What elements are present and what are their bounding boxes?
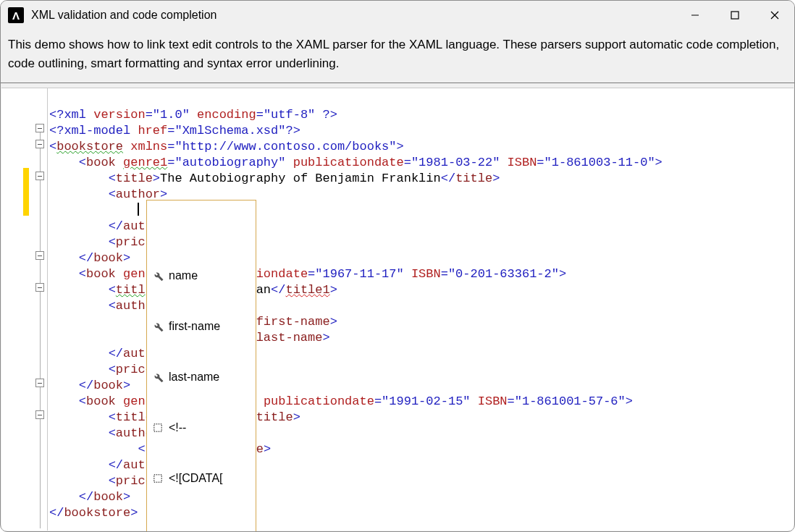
wrench-icon <box>151 320 164 333</box>
window-title: XML validation and code completion <box>31 9 216 22</box>
attr-value: "1.0" <box>153 108 190 122</box>
completion-label: name <box>169 268 198 284</box>
attr: genre1 <box>123 156 167 169</box>
completion-item[interactable]: <!-- <box>151 418 251 437</box>
attr: ISBN <box>478 394 508 408</box>
attr: ISBN <box>411 267 441 281</box>
fold-toggle-icon[interactable] <box>35 172 44 180</box>
code-editor[interactable]: <?xml version="1.0" encoding="utf-8" ?> … <box>1 88 794 531</box>
attr-value: "utf-8" <box>264 108 315 122</box>
attr: encoding <box>197 108 256 122</box>
completion-list[interactable]: name first-name last-name <!-- <![CDATA[ <box>147 232 256 521</box>
text-caret <box>138 203 138 216</box>
attr: href <box>138 124 167 138</box>
attr: gen <box>123 267 146 281</box>
fold-toggle-icon[interactable] <box>35 140 44 148</box>
xml-pi-close: ?> <box>285 124 300 138</box>
svg-rect-4 <box>154 424 162 432</box>
fold-toggle-icon[interactable] <box>35 283 44 292</box>
xml-pi-open: <?xml-model <box>49 124 130 138</box>
completion-label: <!-- <box>169 420 186 436</box>
attr: xmlns <box>130 140 167 153</box>
change-marker <box>23 168 29 216</box>
xml-pi-open: <?xml <box>49 108 86 122</box>
completion-label: first-name <box>169 318 220 334</box>
app-window: Λ XML validation and code completion Thi… <box>0 0 795 532</box>
wrench-icon <box>151 371 164 384</box>
maximize-button[interactable] <box>715 1 754 30</box>
completion-popup[interactable]: name first-name last-name <!-- <![CDATA[ <box>146 200 256 532</box>
close-button[interactable] <box>754 1 794 30</box>
attr: publicationdate <box>293 156 404 169</box>
minimize-button[interactable] <box>675 1 715 30</box>
fold-toggle-icon[interactable] <box>35 379 44 387</box>
square-icon <box>151 421 164 434</box>
folding-column[interactable] <box>33 88 48 531</box>
square-icon <box>151 472 164 485</box>
attr: publicationdate <box>264 394 374 408</box>
completion-label: <![CDATA[ <box>169 470 223 486</box>
attr: ISBN <box>508 156 537 169</box>
completion-item[interactable]: <![CDATA[ <box>151 469 251 488</box>
svg-rect-5 <box>154 475 162 483</box>
attr-value: "XmlSchema.xsd" <box>174 124 285 138</box>
titlebar: Λ XML validation and code completion <box>1 1 794 30</box>
completion-item[interactable]: name <box>151 266 251 285</box>
fold-toggle-icon[interactable] <box>35 410 44 419</box>
text-node: The Autobiography of Benjamin Franklin <box>160 172 441 185</box>
attr: version <box>93 108 145 122</box>
fold-toggle-icon[interactable] <box>35 251 44 260</box>
completion-item[interactable]: last-name <box>151 368 251 387</box>
wrench-icon <box>151 269 164 282</box>
app-icon: Λ <box>8 7 24 23</box>
xml-pi-close: ?> <box>323 108 337 122</box>
gutter <box>1 88 48 531</box>
completion-label: last-name <box>169 369 219 385</box>
completion-item[interactable]: first-name <box>151 317 251 336</box>
fold-toggle-icon[interactable] <box>35 124 44 132</box>
description-text: This demo shows how to link text edit co… <box>1 30 794 83</box>
svg-rect-1 <box>731 12 739 19</box>
attr-value: "http://www.contoso.com/books" <box>174 140 396 153</box>
